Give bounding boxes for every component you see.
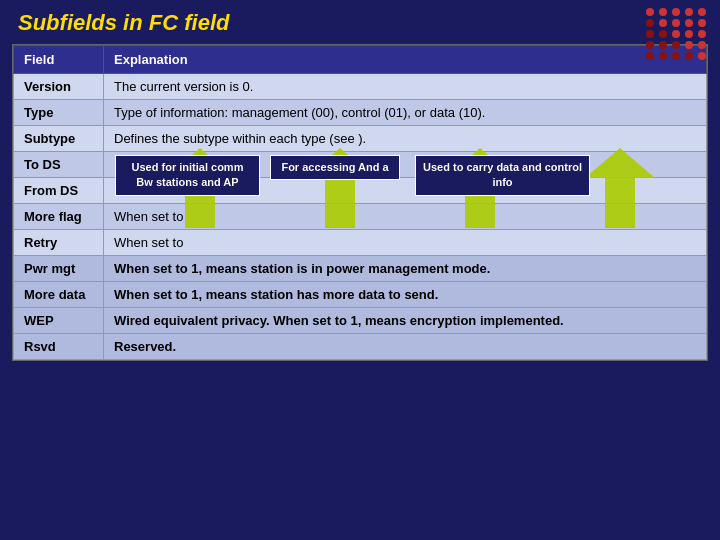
explanation-cell: When set to 1, means station has more da… [104, 282, 707, 308]
dot [659, 52, 667, 60]
dot [698, 19, 706, 27]
field-cell: Rsvd [14, 334, 104, 360]
field-cell: From DS [14, 178, 104, 204]
explanation-cell: Defines the subtype within each type (se… [104, 126, 707, 152]
dot [698, 30, 706, 38]
dot [685, 19, 693, 27]
table-wrapper: Field Explanation VersionThe current ver… [12, 44, 708, 361]
tooltip-3: Used to carry data and control info [415, 155, 590, 196]
dots-decoration [646, 8, 708, 60]
dot [646, 30, 654, 38]
dot [672, 19, 680, 27]
subfields-table: Field Explanation VersionThe current ver… [13, 45, 707, 360]
dot [685, 30, 693, 38]
dot [646, 8, 654, 16]
explanation-cell: Type of information: management (00), co… [104, 100, 707, 126]
explanation-cell: The current version is 0. [104, 74, 707, 100]
dot [659, 30, 667, 38]
table-row: More flagWhen set to [14, 204, 707, 230]
dot [659, 8, 667, 16]
explanation-cell: When set to 1, means station is in power… [104, 256, 707, 282]
field-cell: More flag [14, 204, 104, 230]
dot [659, 19, 667, 27]
tooltip-1: Used for initial comm Bw stations and AP [115, 155, 260, 196]
field-cell: To DS [14, 152, 104, 178]
table-header-row: Field Explanation [14, 46, 707, 74]
explanation-cell: Wired equivalent privacy. When set to 1,… [104, 308, 707, 334]
dot [672, 30, 680, 38]
table-row: More dataWhen set to 1, means station ha… [14, 282, 707, 308]
explanation-cell: When set to [104, 230, 707, 256]
dot [646, 52, 654, 60]
dot [672, 52, 680, 60]
dot [646, 41, 654, 49]
explanation-cell: Reserved. [104, 334, 707, 360]
table-row: RsvdReserved. [14, 334, 707, 360]
dot [685, 52, 693, 60]
dot [646, 19, 654, 27]
table-row: VersionThe current version is 0. [14, 74, 707, 100]
field-cell: Retry [14, 230, 104, 256]
dot [672, 8, 680, 16]
field-cell: More data [14, 282, 104, 308]
tooltip-2: For accessing And a [270, 155, 400, 180]
table-row: WEPWired equivalent privacy. When set to… [14, 308, 707, 334]
dot [685, 8, 693, 16]
field-cell: WEP [14, 308, 104, 334]
explanation-cell: When set to [104, 204, 707, 230]
dot [685, 41, 693, 49]
page-container: Subfields in FC field Field Explanation … [0, 0, 720, 540]
field-cell: Type [14, 100, 104, 126]
table-row: TypeType of information: management (00)… [14, 100, 707, 126]
table-row: SubtypeDefines the subtype within each t… [14, 126, 707, 152]
col-explanation: Explanation [104, 46, 707, 74]
dot [672, 41, 680, 49]
dot [698, 8, 706, 16]
page-title: Subfields in FC field [0, 0, 720, 44]
dot [698, 41, 706, 49]
field-cell: Version [14, 74, 104, 100]
table-row: Pwr mgtWhen set to 1, means station is i… [14, 256, 707, 282]
field-cell: Subtype [14, 126, 104, 152]
dot [698, 52, 706, 60]
col-field: Field [14, 46, 104, 74]
table-row: RetryWhen set to [14, 230, 707, 256]
dot [659, 41, 667, 49]
field-cell: Pwr mgt [14, 256, 104, 282]
